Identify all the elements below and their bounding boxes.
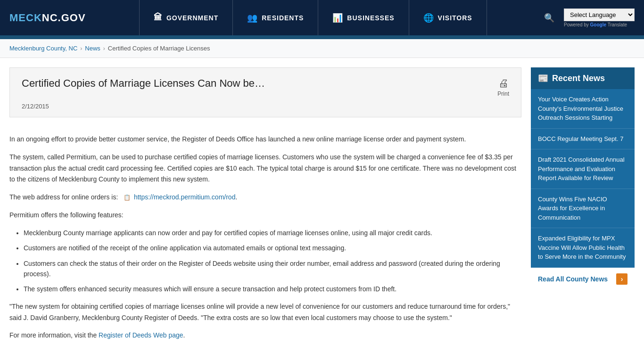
main-nav: 🏛 GOVERNMENT 👥 RESIDENTS 📊 BUSINESSES 🌐 … xyxy=(86,0,540,35)
recent-news-box: 📰 Recent News Your Voice Creates Action … xyxy=(531,67,635,290)
news-icon: 📰 xyxy=(538,73,548,83)
article-title: Certified Copies of Marriage Licenses Ca… xyxy=(22,77,488,90)
news-item-2[interactable]: BOCC Regular Meeting Sept. 7 xyxy=(531,129,635,150)
sidebar: 📰 Recent News Your Voice Creates Action … xyxy=(531,67,635,355)
article-area: Certified Copies of Marriage Licenses Ca… xyxy=(9,67,521,355)
visitors-icon: 🌐 xyxy=(423,13,434,23)
nav-businesses-label: BUSINESSES xyxy=(347,14,394,22)
accent-bar xyxy=(0,35,644,39)
list-item-1: Mecklenburg County marriage applicants c… xyxy=(24,228,521,238)
list-item-3: Customers can check the status of their … xyxy=(24,258,521,280)
businesses-icon: 📊 xyxy=(332,13,343,23)
recent-news-title: Recent News xyxy=(552,74,605,83)
site-header: MECKNC.GOV 🏛 GOVERNMENT 👥 RESIDENTS 📊 BU… xyxy=(0,0,644,35)
nav-government-label: GOVERNMENT xyxy=(166,14,218,22)
print-icon: 🖨 xyxy=(498,77,509,90)
residents-icon: 👥 xyxy=(247,13,258,23)
list-item-2: Customers are notified of the receipt of… xyxy=(24,243,521,253)
breadcrumb-current: Certified Copies of Marriage Licenses xyxy=(108,45,210,52)
article-date: 2/12/2015 xyxy=(22,103,509,110)
main-container: Certified Copies of Marriage Licenses Ca… xyxy=(0,58,644,362)
news-link-5[interactable]: Expanded Eligibility for MPX Vaccine Wil… xyxy=(538,235,626,260)
logo-meck: MECK xyxy=(9,12,42,24)
news-item-4[interactable]: County Wins Five NACIO Awards for Excell… xyxy=(531,189,635,229)
external-link-icon: 📋 xyxy=(124,194,131,201)
print-label: Print xyxy=(497,90,509,97)
print-button[interactable]: 🖨 Print xyxy=(497,77,509,97)
nav-visitors[interactable]: 🌐 VISITORS xyxy=(409,0,487,35)
breadcrumb-sep-2: › xyxy=(103,45,105,52)
nav-residents-label: RESIDENTS xyxy=(262,14,304,22)
news-link-1[interactable]: Your Voice Creates Action County's Envir… xyxy=(538,96,623,121)
recent-news-header: 📰 Recent News xyxy=(531,67,635,89)
logo-nc: NC.GOV xyxy=(42,12,86,24)
translate-box: Select Language Powered by Google Transl… xyxy=(564,8,635,27)
read-all-label: Read All County News xyxy=(538,275,608,283)
article-footer: For more information, visit the Register… xyxy=(9,330,521,341)
government-icon: 🏛 xyxy=(154,13,163,23)
read-all-arrow-icon: › xyxy=(616,273,627,285)
breadcrumb-sep-1: › xyxy=(80,45,82,52)
article-para-1: In an ongoing effort to provide better c… xyxy=(9,134,521,145)
breadcrumb-news[interactable]: News xyxy=(85,45,100,52)
header-right: 🔍 Select Language Powered by Google Tran… xyxy=(540,8,635,27)
article-box: Certified Copies of Marriage Licenses Ca… xyxy=(9,67,521,117)
site-logo[interactable]: MECKNC.GOV xyxy=(9,12,86,24)
nav-businesses[interactable]: 📊 BUSINESSES xyxy=(318,0,409,35)
search-button[interactable]: 🔍 xyxy=(542,10,557,25)
list-item-4: The system offers enhanced security meas… xyxy=(24,284,521,294)
language-select[interactable]: Select Language xyxy=(564,8,635,21)
read-all-news-button[interactable]: Read All County News › xyxy=(531,268,635,290)
breadcrumb-home[interactable]: Mecklenburg County, NC xyxy=(9,45,77,52)
rod-web-page-link[interactable]: Register of Deeds Web page xyxy=(99,331,183,339)
nav-government[interactable]: 🏛 GOVERNMENT xyxy=(139,0,233,35)
news-item-1[interactable]: Your Voice Creates Action County's Envir… xyxy=(531,89,635,129)
recent-news-list: Your Voice Creates Action County's Envir… xyxy=(531,89,635,268)
news-item-5[interactable]: Expanded Eligibility for MPX Vaccine Wil… xyxy=(531,228,635,268)
powered-by-text: Powered by Google Translate xyxy=(564,22,627,27)
article-para-2: The system, called Permitium, can be use… xyxy=(9,152,521,185)
news-link-2[interactable]: BOCC Regular Meeting Sept. 7 xyxy=(538,135,623,142)
article-para-4: Permitium offers the following features: xyxy=(9,210,521,221)
article-quote: "The new system for obtaining certified … xyxy=(9,301,521,324)
nav-visitors-label: VISITORS xyxy=(438,14,472,22)
news-item-3[interactable]: Draft 2021 Consolidated Annual Performan… xyxy=(531,149,635,189)
breadcrumb: Mecklenburg County, NC › News › Certifie… xyxy=(0,39,644,58)
news-link-4[interactable]: County Wins Five NACIO Awards for Excell… xyxy=(538,196,607,221)
news-link-3[interactable]: Draft 2021 Consolidated Annual Performan… xyxy=(538,156,625,181)
article-para-3: The web address for online orders is: 📋 … xyxy=(9,192,521,203)
article-header: Certified Copies of Marriage Licenses Ca… xyxy=(22,77,509,97)
permitium-link[interactable]: https://meckrod.permitium.com/rod xyxy=(134,193,236,201)
nav-residents[interactable]: 👥 RESIDENTS xyxy=(233,0,318,35)
logo-area[interactable]: MECKNC.GOV xyxy=(9,12,86,24)
article-feature-list: Mecklenburg County marriage applicants c… xyxy=(24,228,521,295)
article-content: In an ongoing effort to provide better c… xyxy=(9,127,521,355)
